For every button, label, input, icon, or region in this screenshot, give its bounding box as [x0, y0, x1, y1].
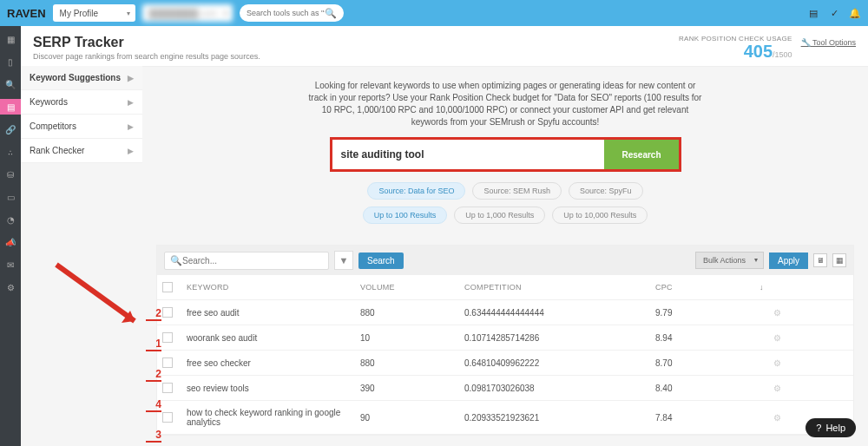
range-pills: Up to 100 Results Up to 1,000 Results Up…	[156, 207, 854, 224]
select-all-checkbox[interactable]	[162, 282, 173, 292]
table-row: free seo audit8800.6344444444444449.79⚙	[157, 300, 853, 325]
source-sem-rush[interactable]: Source: SEM Rush	[472, 182, 562, 200]
svg-marker-0	[122, 311, 135, 323]
main-content: Looking for relevant keywords to use whe…	[142, 66, 868, 446]
row-gear-icon[interactable]: ⚙	[760, 358, 794, 368]
cell-cpc: 8.40	[655, 384, 760, 393]
rail-page-icon[interactable]: ▯	[3, 54, 18, 69]
rank-badge: 2	[146, 368, 161, 382]
wrench-icon: 🔧	[801, 38, 811, 47]
rail-icon-7[interactable]: ◔	[3, 212, 18, 227]
icon-rail: ▦ ▯ 🔍 ▤ 🔗 ⛬ ⛁ ▭ ◔ 📣 ✉ ⚙	[0, 26, 21, 446]
sidebar: Keyword Suggestions▶ Keywords▶ Competito…	[21, 66, 142, 163]
columns-icon[interactable]: ▦	[832, 253, 846, 267]
sidebar-item-competitors[interactable]: Competitors▶	[21, 115, 142, 139]
chevron-right-icon: ▶	[128, 98, 134, 107]
intro-text: Looking for relevant keywords to use whe…	[306, 80, 705, 128]
cell-cpc: 8.94	[655, 333, 760, 343]
global-search[interactable]: 🔍	[240, 4, 344, 22]
cell-keyword: how to check keyword ranking in google a…	[187, 408, 360, 427]
row-checkbox[interactable]	[162, 357, 173, 368]
source-spyfu[interactable]: Source: SpyFu	[569, 182, 643, 200]
col-sort[interactable]: ↓	[760, 283, 794, 292]
cell-cpc: 7.84	[655, 413, 760, 423]
top-bar: RAVEN My Profile ████████.com 🔍 ▤ ✓ 🔔	[0, 0, 868, 26]
research-box: Research	[330, 137, 681, 172]
row-gear-icon[interactable]: ⚙	[760, 308, 794, 318]
check-icon[interactable]: ✓	[828, 7, 840, 19]
results-table: 🔍 ▼ Search Bulk Actions Apply 🖥 ▦ KEYWOR…	[156, 245, 854, 436]
search-icon: 🔍	[325, 8, 337, 19]
research-button[interactable]: Research	[604, 140, 678, 169]
row-gear-icon[interactable]: ⚙	[760, 333, 794, 343]
page-header: SERP Tracker Discover page rankings from…	[21, 26, 868, 67]
row-checkbox[interactable]	[162, 412, 173, 423]
profile-select[interactable]: My Profile	[53, 4, 135, 22]
row-gear-icon[interactable]: ⚙	[760, 413, 794, 423]
sidebar-item-rank-checker[interactable]: Rank Checker▶	[21, 139, 142, 163]
cell-volume: 90	[360, 413, 464, 423]
col-competition[interactable]: COMPETITION	[464, 283, 655, 292]
range-1000[interactable]: Up to 1,000 Results	[454, 207, 545, 224]
apply-button[interactable]: Apply	[769, 253, 808, 269]
rail-search-icon[interactable]: 🔍	[3, 76, 18, 92]
research-input[interactable]	[332, 140, 605, 169]
table-search-button[interactable]: Search	[358, 253, 404, 269]
rail-icon-6[interactable]: ▭	[3, 189, 18, 205]
col-cpc[interactable]: CPC	[655, 283, 760, 292]
cell-competition: 0.10714285714286	[464, 333, 655, 343]
cell-volume: 880	[360, 308, 464, 318]
rail-competitors-icon[interactable]: ⛬	[3, 144, 18, 160]
cell-competition: 0.0981703026038	[464, 384, 655, 393]
sidebar-item-keyword-suggestions[interactable]: Keyword Suggestions▶	[21, 66, 142, 90]
domain-select[interactable]: ████████.com	[142, 4, 233, 22]
cell-competition: 0.20933521923621	[464, 413, 655, 423]
logo: RAVEN	[7, 7, 46, 20]
rank-badge: 3	[146, 429, 161, 443]
table-row: seo review tools3900.09817030260388.40⚙	[157, 376, 853, 401]
row-checkbox[interactable]	[162, 332, 173, 343]
annotation-arrow	[52, 260, 156, 338]
source-data-for-seo[interactable]: Source: Data for SEO	[367, 182, 465, 200]
chevron-right-icon: ▶	[128, 122, 134, 131]
table-row: how to check keyword ranking in google a…	[157, 401, 853, 435]
col-keyword[interactable]: KEYWORD	[187, 283, 360, 292]
rail-link-icon[interactable]: 🔗	[3, 121, 18, 137]
source-pills: Source: Data for SEO Source: SEM Rush So…	[156, 182, 854, 200]
rail-settings-icon[interactable]: ⚙	[3, 279, 18, 295]
table-search[interactable]: 🔍	[164, 252, 329, 270]
table-search-input[interactable]	[182, 256, 323, 266]
cell-keyword: seo review tools	[187, 384, 360, 393]
bell-icon[interactable]: 🔔	[849, 7, 861, 19]
cell-competition: 0.634444444444444	[464, 308, 655, 318]
tool-options-link[interactable]: 🔧 Tool Options	[801, 38, 856, 61]
filter-button[interactable]: ▼	[334, 251, 353, 270]
row-checkbox[interactable]	[162, 383, 173, 393]
usage-label: RANK POSITION CHECK USAGE	[679, 35, 792, 43]
cell-cpc: 9.79	[655, 308, 760, 318]
cell-competition: 0.64810409962222	[464, 358, 655, 368]
cell-keyword: woorank seo audit	[187, 333, 360, 343]
display-icon[interactable]: 🖥	[813, 253, 827, 267]
sidebar-item-keywords[interactable]: Keywords▶	[21, 90, 142, 115]
cell-volume: 880	[360, 358, 464, 368]
rail-icon-9[interactable]: ✉	[3, 257, 18, 272]
row-checkbox[interactable]	[162, 307, 173, 318]
row-gear-icon[interactable]: ⚙	[760, 384, 794, 393]
card-icon[interactable]: ▤	[807, 7, 819, 19]
page-subtitle: Discover page rankings from search engin…	[33, 52, 260, 61]
col-volume[interactable]: VOLUME	[360, 283, 464, 292]
rail-rank-icon[interactable]: ⛁	[3, 167, 18, 182]
rank-badge: 4	[146, 398, 161, 412]
bulk-actions-select[interactable]: Bulk Actions	[695, 252, 764, 269]
range-10000[interactable]: Up to 10,000 Results	[552, 207, 648, 224]
rail-dashboard-icon[interactable]: ▦	[3, 31, 18, 47]
page-title: SERP Tracker	[33, 35, 260, 50]
chevron-right-icon: ▶	[128, 147, 134, 155]
rail-serp-icon[interactable]: ▤	[0, 99, 21, 115]
help-widget[interactable]: ? Help	[806, 418, 856, 437]
range-100[interactable]: Up to 100 Results	[363, 207, 448, 224]
rail-icon-8[interactable]: 📣	[3, 234, 18, 250]
global-search-input[interactable]	[247, 9, 325, 17]
help-icon: ?	[816, 423, 821, 433]
